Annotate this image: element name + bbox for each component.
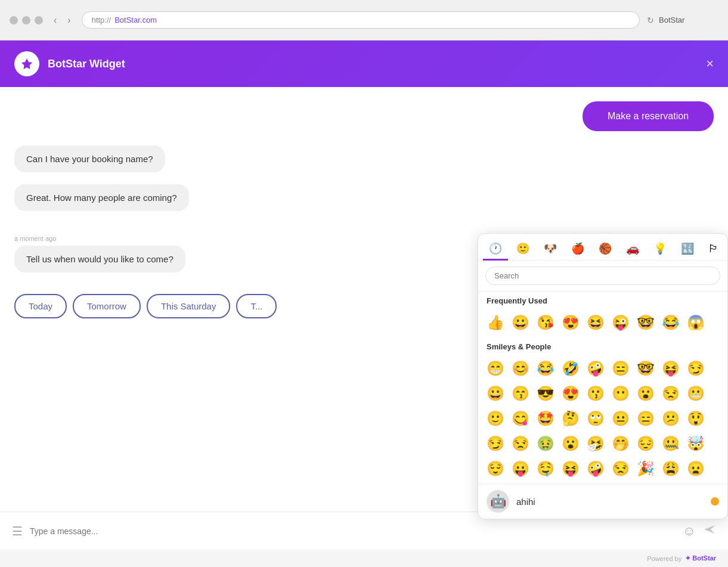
emoji-tab-activities[interactable]: 🏀 [593,238,618,261]
user-avatar: 🤖 [487,490,509,513]
emoji-tab-symbols[interactable]: 🔣 [675,238,700,261]
emoji-picker-tabs: 🕐 🙂 🐶 🍎 🏀 🚗 💡 🔣 🏳 [478,234,727,261]
emoji-item[interactable]: 👍 [483,310,508,335]
emoji-tab-objects[interactable]: 💡 [648,238,673,261]
emoji-item[interactable]: 🤔 [558,406,583,431]
emoji-item[interactable]: 🤓 [633,356,658,381]
emoji-item[interactable]: 😒 [658,381,683,406]
emoji-item[interactable]: 🙄 [583,406,608,431]
emoji-item[interactable]: 🤧 [583,431,608,456]
emoji-item[interactable]: 😗 [583,381,608,406]
emoji-picker: 🕐 🙂 🐶 🍎 🏀 🚗 💡 🔣 🏳 Frequently Used 👍 😀 😘 … [478,233,728,519]
emoji-item[interactable]: 😒 [508,431,533,456]
emoji-item[interactable]: 😌 [483,456,508,481]
emoji-item[interactable]: 🤪 [583,356,608,381]
emoji-button[interactable]: ☺ [683,523,696,539]
emoji-item[interactable]: 😐 [608,406,633,431]
emoji-tab-smileys[interactable]: 🙂 [510,238,535,261]
emoji-search-container [478,261,727,292]
emoji-item[interactable]: 😬 [683,381,708,406]
emoji-item[interactable]: 😩 [658,456,683,481]
url-prefix: http:// [92,16,111,24]
emoji-tab-travel[interactable]: 🚗 [620,238,645,261]
quick-reply-tomorrow[interactable]: Tomorrow [73,294,141,318]
emoji-item[interactable]: 😲 [683,406,708,431]
widget-close-button[interactable]: × [706,56,714,72]
emoji-item[interactable]: 🤢 [533,431,558,456]
emoji-item[interactable]: 😆 [583,310,608,335]
emoji-item[interactable]: 🙂 [483,406,508,431]
emoji-item[interactable]: 😊 [508,356,533,381]
emoji-item[interactable]: 😮 [558,431,583,456]
emoji-item[interactable]: 😒 [608,456,633,481]
widget-logo-icon [14,51,39,76]
browser-tab-title: BotStar [659,16,684,24]
dot-red [10,16,18,24]
bot-message-1: Can I have your booking name? [14,145,714,184]
emoji-item[interactable]: 😏 [683,356,708,381]
emoji-item[interactable]: 🤓 [633,310,658,335]
emoji-item[interactable]: 😁 [483,356,508,381]
emoji-item[interactable]: 🤭 [608,431,633,456]
widget-header-left: BotStar Widget [14,51,125,76]
emoji-item[interactable]: 😛 [508,456,533,481]
frequently-used-grid: 👍 😀 😘 😍 😆 😜 🤓 😂 😱 [478,308,727,337]
widget-title: BotStar Widget [48,58,125,70]
browser-chrome: ‹ › http:// BotStar.com ↻ BotStar [0,0,728,41]
address-bar[interactable]: http:// BotStar.com [82,11,640,29]
emoji-item[interactable]: 🤩 [533,406,558,431]
emoji-item[interactable]: 🤣 [558,356,583,381]
emoji-item[interactable]: 🤐 [658,431,683,456]
online-status-dot [711,497,719,506]
bot-message-2: Great. How many people are coming? [14,184,714,223]
emoji-item[interactable]: 😏 [483,431,508,456]
send-button[interactable] [703,523,716,539]
emoji-tab-animals[interactable]: 🐶 [538,238,563,261]
emoji-item[interactable]: 🎉 [633,456,658,481]
main-area: BotStar Widget × Make a reservation Can … [0,41,728,567]
emoji-item[interactable]: 😀 [508,310,533,335]
make-reservation-button[interactable]: Make a reservation [583,101,714,131]
quick-reply-this-saturday[interactable]: This Saturday [147,294,231,318]
emoji-item[interactable]: 🤪 [583,456,608,481]
emoji-item[interactable]: 😦 [683,456,708,481]
smileys-people-grid: 😁 😊 😂 🤣 🤪 😑 🤓 😝 😏 😀 😙 😎 😍 😗 😶 😮 😒 😬 🙂 😋 … [478,354,727,484]
emoji-item[interactable]: 😎 [533,381,558,406]
emoji-item[interactable]: 😝 [658,356,683,381]
message-text-1: Can I have your booking name? [14,145,165,172]
dot-yellow [22,16,30,24]
emoji-item[interactable]: 😔 [633,431,658,456]
emoji-item[interactable]: 😂 [658,310,683,335]
emoji-item[interactable]: 😋 [508,406,533,431]
quick-reply-today[interactable]: Today [14,294,67,318]
emoji-tab-flags[interactable]: 🏳 [702,239,725,261]
powered-by-bar: Powered by ✦ BotStar [0,550,728,567]
forward-button[interactable]: › [64,14,74,27]
emoji-item[interactable]: 😍 [558,310,583,335]
emoji-tab-recent[interactable]: 🕐 [483,238,508,261]
emoji-item[interactable]: 😝 [558,456,583,481]
emoji-item[interactable]: 😘 [533,310,558,335]
emoji-item[interactable]: 😱 [683,310,708,335]
emoji-item[interactable]: 😂 [533,356,558,381]
refresh-icon[interactable]: ↻ [647,16,654,25]
emoji-item[interactable]: 😑 [633,406,658,431]
emoji-item[interactable]: 😍 [558,381,583,406]
emoji-item[interactable]: 😶 [608,381,633,406]
back-button[interactable]: ‹ [50,14,60,27]
emoji-item[interactable]: 🤤 [533,456,558,481]
emoji-item[interactable]: 😑 [608,356,633,381]
emoji-search-input[interactable] [485,267,720,285]
emoji-item[interactable]: 😜 [608,310,633,335]
emoji-item[interactable]: 😕 [658,406,683,431]
emoji-item[interactable]: 😀 [483,381,508,406]
chat-input[interactable] [30,526,676,536]
emoji-item[interactable]: 😙 [508,381,533,406]
emoji-item[interactable]: 😮 [633,381,658,406]
menu-icon[interactable]: ☰ [12,524,23,538]
emoji-tab-food[interactable]: 🍎 [565,238,590,261]
browser-dots [10,16,43,24]
powered-by-brand: ✦ BotStar [685,554,716,562]
quick-reply-more[interactable]: T... [236,294,277,318]
emoji-item[interactable]: 🤯 [683,431,708,456]
